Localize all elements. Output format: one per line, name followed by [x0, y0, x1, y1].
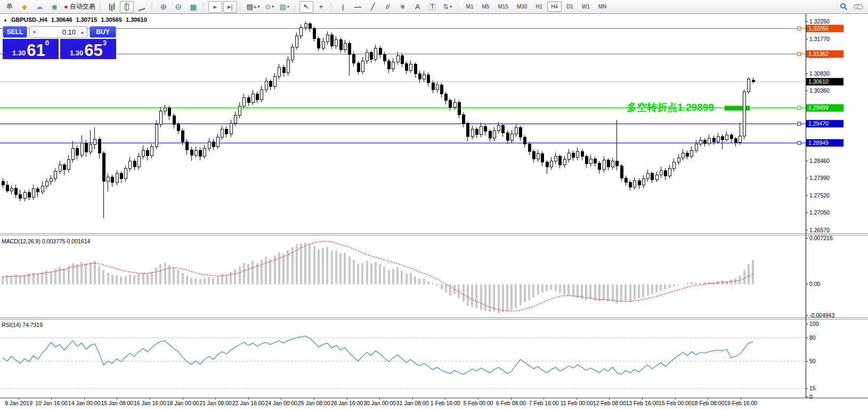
- svg-text:11 Feb 00:00: 11 Feb 00:00: [561, 400, 593, 406]
- price-axis: 1.322501.317701.313001.308301.303601.298…: [806, 18, 834, 400]
- svg-text:1.29899: 1.29899: [808, 104, 829, 111]
- signals-icon[interactable]: ◉: [47, 1, 61, 13]
- auto-scroll-button[interactable]: ▸: [208, 1, 222, 13]
- history-center-icon[interactable]: ◆: [18, 1, 31, 13]
- chart-shift-icon: ▸|: [228, 3, 233, 10]
- indicators-button[interactable]: ▤+▾: [245, 1, 262, 13]
- svg-text:15 Feb 00:00: 15 Feb 00:00: [659, 400, 692, 406]
- one-click-toggle-icon[interactable]: ▲: [3, 18, 7, 22]
- autotrade-label: 自动交易: [70, 2, 95, 11]
- svg-text:19 Feb 16:00: 19 Feb 16:00: [724, 400, 757, 406]
- text-button[interactable]: A: [411, 1, 425, 13]
- volume-up-button[interactable]: ▲: [78, 27, 87, 37]
- channel-button[interactable]: //: [381, 1, 395, 13]
- svg-text:MACD(12,26,9) 0.003775 0.00161: MACD(12,26,9) 0.003775 0.001614: [2, 238, 91, 244]
- horizontal-line-icon: —: [354, 3, 361, 10]
- chart-annotation: 多空转折点1.29899: [627, 102, 714, 113]
- autotrade-button[interactable]: ● 自动交易: [62, 1, 97, 13]
- timeframe-m5[interactable]: M5: [478, 2, 493, 12]
- timeframe-mn[interactable]: MN: [595, 2, 611, 12]
- buy-price-display[interactable]: 1.30 65 3: [60, 39, 116, 59]
- svg-text:1.30830: 1.30830: [809, 70, 830, 77]
- separator: [100, 2, 102, 12]
- svg-text:30 Jan 00:00: 30 Jan 00:00: [363, 400, 396, 406]
- svg-text:1.27520: 1.27520: [809, 192, 830, 199]
- separator: [331, 2, 334, 12]
- timeframe-h1[interactable]: H1: [532, 2, 546, 12]
- svg-text:15 Jan 08:00: 15 Jan 08:00: [101, 400, 133, 406]
- fibonacci-icon: ≡: [401, 3, 405, 10]
- panel-borders: [0, 14, 868, 398]
- text-label-icon: T: [429, 3, 436, 10]
- svg-text:1.30610: 1.30610: [808, 78, 829, 85]
- ohlc-close: 1.30610: [126, 17, 147, 23]
- market-watch-icon[interactable]: ☁: [33, 1, 46, 13]
- rsi-levels: [0, 338, 806, 388]
- symbol-name: GBPUSD-,H4: [11, 17, 47, 23]
- search-button[interactable]: [837, 1, 850, 13]
- svg-text:22 Jan 16:00: 22 Jan 16:00: [232, 400, 265, 406]
- cursor-icon: ↖: [303, 3, 309, 10]
- svg-text:100: 100: [809, 321, 819, 327]
- svg-text:1.28460: 1.28460: [809, 158, 830, 164]
- timeframe-m15[interactable]: M15: [494, 2, 512, 12]
- svg-text:1.26570: 1.26570: [809, 227, 830, 233]
- templates-button[interactable]: ▨▾: [278, 1, 291, 13]
- chat-icon: [854, 3, 863, 11]
- svg-text:9 Jan 2019: 9 Jan 2019: [5, 400, 33, 406]
- volume-down-button[interactable]: ▼: [30, 27, 39, 37]
- trendline-button[interactable]: ╱: [366, 1, 380, 13]
- volume-stepper: ▼ ▲: [29, 26, 87, 38]
- chart-canvas[interactable]: 多空转折点1.29899MACD(12,26,9) 0.003775 0.001…: [0, 0, 868, 410]
- cursor-button[interactable]: ↖: [299, 1, 313, 13]
- auto-scroll-icon: ▸: [214, 3, 217, 10]
- timeframe-m30[interactable]: M30: [513, 2, 531, 12]
- line-chart-icon: [139, 3, 145, 11]
- timeframe-d1[interactable]: D1: [563, 2, 577, 12]
- sell-price-display[interactable]: 1.30 61 0: [3, 39, 59, 59]
- arrows-button[interactable]: ⇅▾: [441, 1, 455, 13]
- timeframe-w1[interactable]: W1: [578, 2, 594, 12]
- fibonacci-button[interactable]: ≡: [396, 1, 410, 13]
- svg-text:16 Jan 16:00: 16 Jan 16:00: [134, 400, 166, 406]
- svg-text:25 Jan 08:00: 25 Jan 08:00: [298, 400, 330, 406]
- bar-chart-button[interactable]: [105, 1, 119, 13]
- zoom-out-icon: ⊖: [175, 3, 182, 11]
- sell-price-main: 61: [27, 44, 45, 58]
- line-chart-button[interactable]: [135, 1, 149, 13]
- template-icon: ▨: [279, 3, 286, 10]
- sell-button[interactable]: SELL: [3, 26, 27, 38]
- text-label-button[interactable]: T: [426, 1, 440, 13]
- zoom-out-button[interactable]: ⊖: [172, 1, 185, 13]
- candlestick-icon: [125, 4, 129, 10]
- new-order-button[interactable]: 单: [3, 1, 17, 13]
- horizontal-line-button[interactable]: —: [351, 1, 365, 13]
- svg-text:1.31770: 1.31770: [809, 36, 830, 42]
- crosshair-button[interactable]: +: [314, 1, 328, 13]
- crosshair-icon: +: [319, 3, 323, 10]
- timeframe-m1[interactable]: M1: [463, 2, 477, 12]
- periods-button[interactable]: ⊙▾: [263, 1, 277, 13]
- zoom-in-button[interactable]: ⊕: [157, 1, 171, 13]
- candlestick-chart-button[interactable]: [120, 1, 134, 13]
- svg-text:1.28949: 1.28949: [808, 140, 829, 146]
- search-icon: [840, 3, 848, 11]
- ohlc-open: 1.30646: [51, 17, 72, 23]
- buy-button[interactable]: BUY: [90, 26, 116, 38]
- svg-text:21 Jan 08:00: 21 Jan 08:00: [199, 400, 232, 406]
- svg-text:多空转折点1.29899: 多空转折点1.29899: [627, 102, 714, 113]
- svg-text:18 Jan 00:00: 18 Jan 00:00: [167, 400, 199, 406]
- vertical-line-button[interactable]: |: [336, 1, 350, 13]
- buy-price-prefix: 1.30: [70, 50, 83, 58]
- chart-shift-button[interactable]: ▸|: [223, 1, 237, 13]
- chevron-down-icon: ▾: [450, 4, 452, 9]
- svg-text:24 Jan 00:00: 24 Jan 00:00: [265, 400, 297, 406]
- volume-input[interactable]: [39, 27, 78, 37]
- tile-windows-icon: ▦: [190, 3, 197, 11]
- chevron-down-icon: ▾: [272, 4, 274, 9]
- timeframe-h4[interactable]: H4: [547, 2, 562, 12]
- separator: [240, 2, 242, 12]
- chat-button[interactable]: [851, 1, 865, 13]
- tile-windows-button[interactable]: ▦: [186, 1, 200, 13]
- chevron-down-icon: ▾: [258, 4, 260, 9]
